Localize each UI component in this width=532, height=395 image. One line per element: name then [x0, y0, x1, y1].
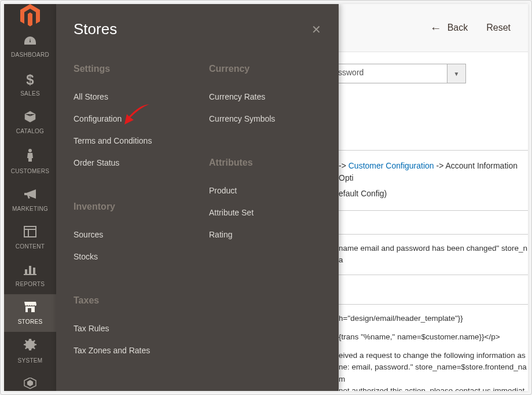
link-tax-zones[interactable]: Tax Zones and Rates	[74, 339, 186, 361]
template-line: h="design/email/header_template"}}	[339, 305, 528, 325]
link-configuration[interactable]: Configuration	[74, 108, 186, 130]
nav-marketing[interactable]: MARKETING	[4, 181, 56, 219]
box-icon	[24, 111, 36, 126]
link-all-stores[interactable]: All Stores	[74, 86, 186, 108]
section-settings: Settings	[74, 64, 186, 74]
link-terms[interactable]: Terms and Conditions	[74, 130, 186, 152]
svg-rect-6	[33, 268, 35, 274]
dashboard-icon	[23, 34, 37, 49]
template-line: {trans "%name," name=$customer.name}}</p…	[339, 325, 528, 344]
chevron-down-icon[interactable]: ▼	[447, 64, 466, 83]
section-attributes: Attributes	[209, 158, 321, 168]
nav-sales[interactable]: $ SALES	[4, 65, 56, 104]
nav-customers[interactable]: CUSTOMERS	[4, 141, 56, 181]
link-tax-rules[interactable]: Tax Rules	[74, 317, 186, 339]
nav-reports[interactable]: REPORTS	[4, 257, 56, 294]
link-currency-symbols[interactable]: Currency Symbols	[209, 108, 321, 130]
nav-label: STORES	[18, 319, 43, 325]
store-icon	[23, 301, 37, 316]
nav-label: SALES	[20, 90, 40, 97]
template-select[interactable]: ssword ▼	[332, 64, 528, 83]
person-icon	[26, 148, 34, 166]
template-line: eived a request to change the following …	[339, 344, 528, 361]
partners-icon	[23, 378, 37, 391]
nav-content[interactable]: CONTENT	[4, 219, 56, 257]
gear-icon	[24, 339, 36, 355]
nav-label: CONTENT	[16, 243, 45, 250]
svg-rect-1	[24, 226, 36, 237]
section-currency: Currency	[209, 64, 321, 74]
nav-label: CATALOG	[16, 128, 44, 134]
nav-dashboard[interactable]: DASHBOARD	[4, 27, 56, 65]
admin-sidebar: DASHBOARD $ SALES CATALOG CUSTOMERS MARK…	[4, 4, 56, 391]
template-line: ne: email, password." store_name=$store.…	[339, 361, 528, 385]
svg-point-0	[28, 149, 32, 152]
link-attribute-set[interactable]: Attribute Set	[209, 202, 321, 224]
flyout-col-left: Settings All Stores Configuration Terms …	[62, 50, 197, 361]
section-inventory: Inventory	[74, 202, 186, 212]
link-order-status[interactable]: Order Status	[74, 152, 186, 174]
subject-value: name email and password has been changed…	[339, 235, 528, 275]
flyout-col-right: Currency Currency Rates Currency Symbols…	[197, 50, 333, 361]
nav-catalog[interactable]: CATALOG	[4, 104, 56, 141]
svg-rect-5	[29, 266, 31, 274]
link-currency-rates[interactable]: Currency Rates	[209, 86, 321, 108]
breadcrumb-link[interactable]: Customer Configuration	[348, 161, 434, 170]
bars-icon	[24, 264, 36, 279]
nav-label: DASHBOARD	[11, 52, 49, 58]
nav-partners[interactable]: FIND PARTNERS & EXTENSIONS	[4, 371, 56, 391]
back-label: Back	[447, 23, 468, 33]
section-taxes: Taxes	[74, 295, 186, 306]
content-header: ← Back Reset	[339, 4, 528, 52]
template-select-value[interactable]: ssword	[332, 64, 447, 83]
nav-stores[interactable]: STORES	[4, 294, 56, 332]
reset-button[interactable]: Reset	[486, 23, 511, 33]
megaphone-icon	[23, 188, 37, 203]
nav-label: SYSTEM	[18, 357, 43, 364]
svg-rect-4	[25, 269, 27, 274]
breadcrumb-line2: efault Config)	[339, 188, 528, 203]
layout-icon	[24, 226, 36, 241]
template-line: not authorized this action, please conta…	[339, 385, 528, 391]
close-icon[interactable]: ✕	[311, 23, 321, 36]
nav-label: MARKETING	[12, 206, 48, 212]
dollar-icon: $	[26, 72, 34, 88]
link-stocks[interactable]: Stocks	[74, 246, 186, 268]
breadcrumb-prefix: ->	[339, 161, 348, 170]
stores-flyout: Stores ✕ Settings All Stores Configurati…	[56, 4, 339, 391]
back-button[interactable]: ← Back	[430, 21, 468, 35]
nav-label: REPORTS	[16, 281, 45, 287]
link-sources[interactable]: Sources	[74, 224, 186, 246]
link-rating[interactable]: Rating	[209, 224, 321, 246]
nav-system[interactable]: SYSTEM	[4, 332, 56, 371]
nav-label: CUSTOMERS	[11, 168, 49, 174]
link-product[interactable]: Product	[209, 180, 321, 202]
breadcrumb: -> Customer Configuration -> Account Inf…	[339, 151, 528, 188]
arrow-left-icon: ←	[430, 21, 442, 35]
flyout-title: Stores	[74, 20, 117, 38]
magento-logo[interactable]	[4, 4, 56, 27]
content-area: ← Back Reset ssword ▼ -> Customer Config…	[339, 4, 528, 391]
